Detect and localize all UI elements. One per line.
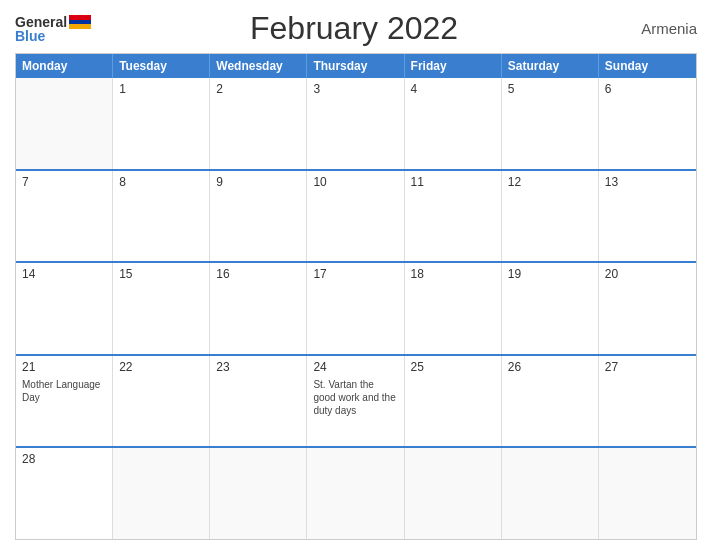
- calendar-title: February 2022: [91, 10, 617, 47]
- header-day-saturday: Saturday: [502, 54, 599, 78]
- day-number: 15: [119, 267, 203, 281]
- day-number: 25: [411, 360, 495, 374]
- calendar-week-5: 28: [16, 446, 696, 539]
- day-number: 28: [22, 452, 106, 466]
- calendar-day: [113, 448, 210, 539]
- calendar-day: [405, 448, 502, 539]
- calendar-day: 8: [113, 171, 210, 262]
- calendar-day: 9: [210, 171, 307, 262]
- day-number: 27: [605, 360, 690, 374]
- calendar-day: 17: [307, 263, 404, 354]
- calendar-day: 28: [16, 448, 113, 539]
- calendar-day: 22: [113, 356, 210, 447]
- day-number: 2: [216, 82, 300, 96]
- day-event: Mother Language Day: [22, 378, 106, 404]
- day-number: 12: [508, 175, 592, 189]
- header-day-wednesday: Wednesday: [210, 54, 307, 78]
- calendar-day: [599, 448, 696, 539]
- day-number: 16: [216, 267, 300, 281]
- calendar-day: [502, 448, 599, 539]
- header: General Blue February 2022 Armenia: [15, 10, 697, 47]
- logo: General Blue: [15, 15, 91, 43]
- day-number: 5: [508, 82, 592, 96]
- day-number: 24: [313, 360, 397, 374]
- country-label: Armenia: [617, 20, 697, 37]
- calendar-day: 7: [16, 171, 113, 262]
- calendar-day: 21Mother Language Day: [16, 356, 113, 447]
- calendar-week-1: 123456: [16, 78, 696, 169]
- calendar-day: [210, 448, 307, 539]
- calendar-day: 11: [405, 171, 502, 262]
- calendar-day: 24St. Vartan the good work and the duty …: [307, 356, 404, 447]
- day-number: 7: [22, 175, 106, 189]
- day-number: 6: [605, 82, 690, 96]
- calendar-day: 12: [502, 171, 599, 262]
- calendar-week-2: 78910111213: [16, 169, 696, 262]
- calendar-day: 14: [16, 263, 113, 354]
- calendar-page: General Blue February 2022 Armenia Monda…: [0, 0, 712, 550]
- header-day-sunday: Sunday: [599, 54, 696, 78]
- calendar-day: 13: [599, 171, 696, 262]
- calendar-day: 1: [113, 78, 210, 169]
- logo-general-text: General: [15, 15, 67, 29]
- calendar-day: 3: [307, 78, 404, 169]
- calendar-day: 25: [405, 356, 502, 447]
- logo-flag: [69, 15, 91, 29]
- day-event: St. Vartan the good work and the duty da…: [313, 378, 397, 417]
- day-number: 19: [508, 267, 592, 281]
- calendar-day: 10: [307, 171, 404, 262]
- day-number: 13: [605, 175, 690, 189]
- calendar-day: [307, 448, 404, 539]
- day-number: 1: [119, 82, 203, 96]
- calendar-day: 2: [210, 78, 307, 169]
- day-number: 11: [411, 175, 495, 189]
- calendar-day: 23: [210, 356, 307, 447]
- calendar-day: [16, 78, 113, 169]
- calendar-day: 16: [210, 263, 307, 354]
- day-number: 26: [508, 360, 592, 374]
- calendar-week-3: 14151617181920: [16, 261, 696, 354]
- header-day-friday: Friday: [405, 54, 502, 78]
- day-number: 8: [119, 175, 203, 189]
- header-day-tuesday: Tuesday: [113, 54, 210, 78]
- calendar-day: 15: [113, 263, 210, 354]
- day-number: 18: [411, 267, 495, 281]
- calendar-grid: MondayTuesdayWednesdayThursdayFridaySatu…: [15, 53, 697, 540]
- day-number: 10: [313, 175, 397, 189]
- calendar-week-4: 21Mother Language Day222324St. Vartan th…: [16, 354, 696, 447]
- calendar-body: 123456789101112131415161718192021Mother …: [16, 78, 696, 539]
- calendar-header: MondayTuesdayWednesdayThursdayFridaySatu…: [16, 54, 696, 78]
- calendar-day: 18: [405, 263, 502, 354]
- header-day-thursday: Thursday: [307, 54, 404, 78]
- calendar-day: 20: [599, 263, 696, 354]
- day-number: 9: [216, 175, 300, 189]
- calendar-day: 5: [502, 78, 599, 169]
- day-number: 4: [411, 82, 495, 96]
- day-number: 22: [119, 360, 203, 374]
- calendar-day: 6: [599, 78, 696, 169]
- calendar-day: 4: [405, 78, 502, 169]
- calendar-day: 27: [599, 356, 696, 447]
- day-number: 21: [22, 360, 106, 374]
- calendar-day: 26: [502, 356, 599, 447]
- header-day-monday: Monday: [16, 54, 113, 78]
- day-number: 23: [216, 360, 300, 374]
- day-number: 20: [605, 267, 690, 281]
- day-number: 17: [313, 267, 397, 281]
- calendar-day: 19: [502, 263, 599, 354]
- logo-blue-text: Blue: [15, 29, 91, 43]
- day-number: 14: [22, 267, 106, 281]
- day-number: 3: [313, 82, 397, 96]
